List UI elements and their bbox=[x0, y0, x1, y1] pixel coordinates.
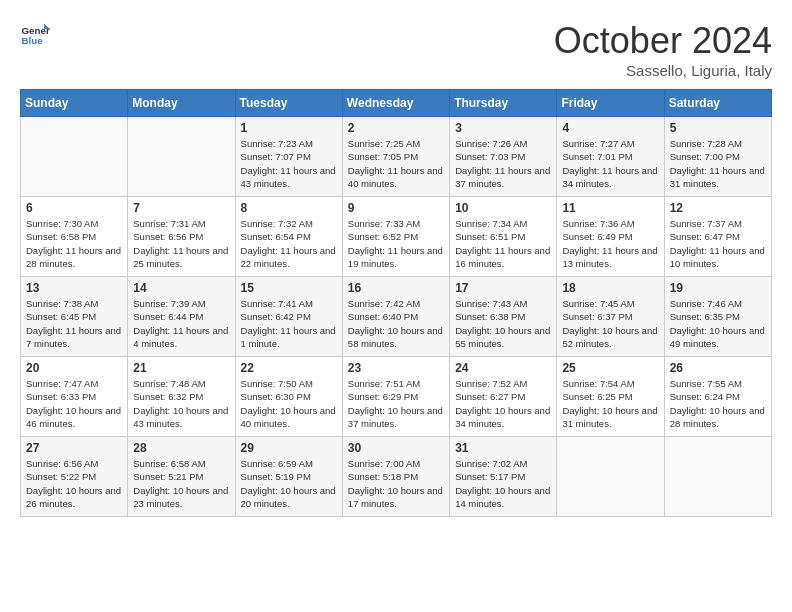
calendar-cell: 20Sunrise: 7:47 AM Sunset: 6:33 PM Dayli… bbox=[21, 357, 128, 437]
day-number: 21 bbox=[133, 361, 229, 375]
day-number: 16 bbox=[348, 281, 444, 295]
day-info: Sunrise: 7:25 AM Sunset: 7:05 PM Dayligh… bbox=[348, 137, 444, 190]
calendar-cell: 29Sunrise: 6:59 AM Sunset: 5:19 PM Dayli… bbox=[235, 437, 342, 517]
day-info: Sunrise: 6:58 AM Sunset: 5:21 PM Dayligh… bbox=[133, 457, 229, 510]
calendar-cell: 24Sunrise: 7:52 AM Sunset: 6:27 PM Dayli… bbox=[450, 357, 557, 437]
day-number: 12 bbox=[670, 201, 766, 215]
logo: General Blue bbox=[20, 20, 50, 50]
calendar-cell: 6Sunrise: 7:30 AM Sunset: 6:58 PM Daylig… bbox=[21, 197, 128, 277]
day-header-monday: Monday bbox=[128, 90, 235, 117]
title-block: October 2024 Sassello, Liguria, Italy bbox=[554, 20, 772, 79]
day-info: Sunrise: 7:41 AM Sunset: 6:42 PM Dayligh… bbox=[241, 297, 337, 350]
calendar-cell: 27Sunrise: 6:56 AM Sunset: 5:22 PM Dayli… bbox=[21, 437, 128, 517]
day-info: Sunrise: 7:31 AM Sunset: 6:56 PM Dayligh… bbox=[133, 217, 229, 270]
day-header-sunday: Sunday bbox=[21, 90, 128, 117]
page-header: General Blue October 2024 Sassello, Ligu… bbox=[20, 20, 772, 79]
day-number: 3 bbox=[455, 121, 551, 135]
calendar-cell: 21Sunrise: 7:48 AM Sunset: 6:32 PM Dayli… bbox=[128, 357, 235, 437]
day-number: 1 bbox=[241, 121, 337, 135]
calendar-week-row: 6Sunrise: 7:30 AM Sunset: 6:58 PM Daylig… bbox=[21, 197, 772, 277]
day-info: Sunrise: 7:32 AM Sunset: 6:54 PM Dayligh… bbox=[241, 217, 337, 270]
calendar-cell: 25Sunrise: 7:54 AM Sunset: 6:25 PM Dayli… bbox=[557, 357, 664, 437]
month-title: October 2024 bbox=[554, 20, 772, 62]
calendar-cell: 9Sunrise: 7:33 AM Sunset: 6:52 PM Daylig… bbox=[342, 197, 449, 277]
day-info: Sunrise: 7:50 AM Sunset: 6:30 PM Dayligh… bbox=[241, 377, 337, 430]
day-number: 31 bbox=[455, 441, 551, 455]
day-info: Sunrise: 7:45 AM Sunset: 6:37 PM Dayligh… bbox=[562, 297, 658, 350]
day-number: 4 bbox=[562, 121, 658, 135]
calendar-cell bbox=[21, 117, 128, 197]
day-info: Sunrise: 7:26 AM Sunset: 7:03 PM Dayligh… bbox=[455, 137, 551, 190]
calendar-cell bbox=[557, 437, 664, 517]
day-info: Sunrise: 7:27 AM Sunset: 7:01 PM Dayligh… bbox=[562, 137, 658, 190]
day-number: 5 bbox=[670, 121, 766, 135]
day-info: Sunrise: 7:37 AM Sunset: 6:47 PM Dayligh… bbox=[670, 217, 766, 270]
day-number: 7 bbox=[133, 201, 229, 215]
day-number: 18 bbox=[562, 281, 658, 295]
calendar-cell: 1Sunrise: 7:23 AM Sunset: 7:07 PM Daylig… bbox=[235, 117, 342, 197]
day-info: Sunrise: 7:42 AM Sunset: 6:40 PM Dayligh… bbox=[348, 297, 444, 350]
calendar-cell: 4Sunrise: 7:27 AM Sunset: 7:01 PM Daylig… bbox=[557, 117, 664, 197]
day-info: Sunrise: 7:46 AM Sunset: 6:35 PM Dayligh… bbox=[670, 297, 766, 350]
calendar-header-row: SundayMondayTuesdayWednesdayThursdayFrid… bbox=[21, 90, 772, 117]
calendar-cell: 26Sunrise: 7:55 AM Sunset: 6:24 PM Dayli… bbox=[664, 357, 771, 437]
day-info: Sunrise: 7:55 AM Sunset: 6:24 PM Dayligh… bbox=[670, 377, 766, 430]
day-number: 27 bbox=[26, 441, 122, 455]
day-header-saturday: Saturday bbox=[664, 90, 771, 117]
day-number: 22 bbox=[241, 361, 337, 375]
day-number: 17 bbox=[455, 281, 551, 295]
day-info: Sunrise: 7:48 AM Sunset: 6:32 PM Dayligh… bbox=[133, 377, 229, 430]
day-number: 8 bbox=[241, 201, 337, 215]
day-info: Sunrise: 7:28 AM Sunset: 7:00 PM Dayligh… bbox=[670, 137, 766, 190]
day-number: 26 bbox=[670, 361, 766, 375]
day-info: Sunrise: 7:54 AM Sunset: 6:25 PM Dayligh… bbox=[562, 377, 658, 430]
day-info: Sunrise: 6:56 AM Sunset: 5:22 PM Dayligh… bbox=[26, 457, 122, 510]
day-info: Sunrise: 7:43 AM Sunset: 6:38 PM Dayligh… bbox=[455, 297, 551, 350]
calendar-cell: 7Sunrise: 7:31 AM Sunset: 6:56 PM Daylig… bbox=[128, 197, 235, 277]
day-info: Sunrise: 7:39 AM Sunset: 6:44 PM Dayligh… bbox=[133, 297, 229, 350]
calendar-cell bbox=[128, 117, 235, 197]
calendar-cell: 11Sunrise: 7:36 AM Sunset: 6:49 PM Dayli… bbox=[557, 197, 664, 277]
day-number: 20 bbox=[26, 361, 122, 375]
calendar-cell: 3Sunrise: 7:26 AM Sunset: 7:03 PM Daylig… bbox=[450, 117, 557, 197]
calendar-cell: 14Sunrise: 7:39 AM Sunset: 6:44 PM Dayli… bbox=[128, 277, 235, 357]
day-info: Sunrise: 7:00 AM Sunset: 5:18 PM Dayligh… bbox=[348, 457, 444, 510]
calendar-cell: 8Sunrise: 7:32 AM Sunset: 6:54 PM Daylig… bbox=[235, 197, 342, 277]
calendar-cell: 17Sunrise: 7:43 AM Sunset: 6:38 PM Dayli… bbox=[450, 277, 557, 357]
calendar-cell: 15Sunrise: 7:41 AM Sunset: 6:42 PM Dayli… bbox=[235, 277, 342, 357]
day-info: Sunrise: 7:38 AM Sunset: 6:45 PM Dayligh… bbox=[26, 297, 122, 350]
calendar-week-row: 20Sunrise: 7:47 AM Sunset: 6:33 PM Dayli… bbox=[21, 357, 772, 437]
day-number: 6 bbox=[26, 201, 122, 215]
calendar-cell: 13Sunrise: 7:38 AM Sunset: 6:45 PM Dayli… bbox=[21, 277, 128, 357]
day-number: 11 bbox=[562, 201, 658, 215]
day-number: 28 bbox=[133, 441, 229, 455]
svg-text:Blue: Blue bbox=[22, 35, 44, 46]
day-number: 9 bbox=[348, 201, 444, 215]
calendar-table: SundayMondayTuesdayWednesdayThursdayFrid… bbox=[20, 89, 772, 517]
day-info: Sunrise: 7:02 AM Sunset: 5:17 PM Dayligh… bbox=[455, 457, 551, 510]
calendar-cell: 31Sunrise: 7:02 AM Sunset: 5:17 PM Dayli… bbox=[450, 437, 557, 517]
day-number: 2 bbox=[348, 121, 444, 135]
day-info: Sunrise: 7:52 AM Sunset: 6:27 PM Dayligh… bbox=[455, 377, 551, 430]
calendar-week-row: 13Sunrise: 7:38 AM Sunset: 6:45 PM Dayli… bbox=[21, 277, 772, 357]
calendar-cell: 5Sunrise: 7:28 AM Sunset: 7:00 PM Daylig… bbox=[664, 117, 771, 197]
day-number: 24 bbox=[455, 361, 551, 375]
calendar-cell: 28Sunrise: 6:58 AM Sunset: 5:21 PM Dayli… bbox=[128, 437, 235, 517]
calendar-cell: 23Sunrise: 7:51 AM Sunset: 6:29 PM Dayli… bbox=[342, 357, 449, 437]
day-number: 14 bbox=[133, 281, 229, 295]
day-header-wednesday: Wednesday bbox=[342, 90, 449, 117]
calendar-week-row: 27Sunrise: 6:56 AM Sunset: 5:22 PM Dayli… bbox=[21, 437, 772, 517]
day-number: 25 bbox=[562, 361, 658, 375]
calendar-cell: 19Sunrise: 7:46 AM Sunset: 6:35 PM Dayli… bbox=[664, 277, 771, 357]
day-header-tuesday: Tuesday bbox=[235, 90, 342, 117]
day-info: Sunrise: 6:59 AM Sunset: 5:19 PM Dayligh… bbox=[241, 457, 337, 510]
day-number: 15 bbox=[241, 281, 337, 295]
calendar-week-row: 1Sunrise: 7:23 AM Sunset: 7:07 PM Daylig… bbox=[21, 117, 772, 197]
location-subtitle: Sassello, Liguria, Italy bbox=[554, 62, 772, 79]
day-info: Sunrise: 7:47 AM Sunset: 6:33 PM Dayligh… bbox=[26, 377, 122, 430]
calendar-cell: 18Sunrise: 7:45 AM Sunset: 6:37 PM Dayli… bbox=[557, 277, 664, 357]
calendar-cell: 10Sunrise: 7:34 AM Sunset: 6:51 PM Dayli… bbox=[450, 197, 557, 277]
calendar-cell: 22Sunrise: 7:50 AM Sunset: 6:30 PM Dayli… bbox=[235, 357, 342, 437]
day-info: Sunrise: 7:34 AM Sunset: 6:51 PM Dayligh… bbox=[455, 217, 551, 270]
calendar-cell bbox=[664, 437, 771, 517]
